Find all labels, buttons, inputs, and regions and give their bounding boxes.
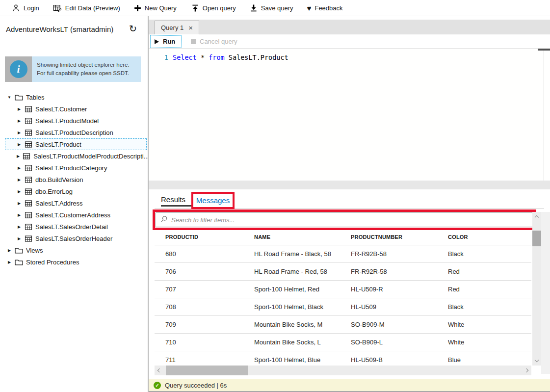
cell-color: White bbox=[448, 321, 531, 328]
cell-name: HL Road Frame - Red, 58 bbox=[254, 268, 351, 275]
search-box[interactable] bbox=[156, 212, 533, 227]
horizontal-scrollbar[interactable] bbox=[155, 366, 531, 375]
results-tab-underline bbox=[161, 205, 192, 207]
tree-node-table[interactable]: ▶ SalesLT.CustomerAddress bbox=[0, 209, 148, 221]
cell-productid: 680 bbox=[155, 250, 254, 258]
tree-node-tables[interactable]: ▼ Tables bbox=[0, 91, 148, 103]
table-row[interactable]: 710 Mountain Bike Socks, L SO-B909-L Whi… bbox=[155, 334, 531, 351]
tree-node-table[interactable]: ▶ SalesLT.ProductCategory bbox=[0, 162, 148, 174]
tree-node-table[interactable]: ▶ SalesLT.ProductModelProductDescripti..… bbox=[0, 150, 148, 162]
scroll-down-icon[interactable] bbox=[535, 358, 539, 362]
cell-productid: 707 bbox=[155, 286, 254, 293]
chevron-collapsed-icon[interactable]: ▶ bbox=[17, 154, 20, 158]
chevron-collapsed-icon[interactable]: ▶ bbox=[17, 178, 22, 182]
info-notice-text: Showing limited object explorer here. Fo… bbox=[32, 56, 141, 82]
chevron-expanded-icon[interactable]: ▼ bbox=[7, 95, 12, 100]
chevron-collapsed-icon[interactable]: ▶ bbox=[17, 119, 22, 123]
object-explorer-sidebar: AdventureWorksLT (smartadmin) ↻ i Showin… bbox=[0, 16, 148, 392]
cancel-query-button[interactable]: Cancel query bbox=[187, 35, 241, 48]
chevron-collapsed-icon[interactable]: ▶ bbox=[17, 201, 22, 206]
tab-messages[interactable]: Messages bbox=[196, 196, 230, 205]
table-icon bbox=[25, 141, 32, 148]
cell-color: Black bbox=[448, 303, 531, 311]
close-icon[interactable]: × bbox=[188, 24, 193, 31]
tree-node-table[interactable]: ▶ SalesLT.SalesOrderDetail bbox=[0, 221, 148, 233]
results-table: PRODUCTID NAME PRODUCTNUMBER COLOR 680 H… bbox=[155, 229, 531, 369]
tree-node-stored-procedures[interactable]: ▶ Stored Procedures bbox=[0, 256, 148, 268]
cell-productid: 708 bbox=[155, 303, 254, 311]
new-query-button[interactable]: New Query bbox=[134, 4, 177, 12]
chevron-collapsed-icon[interactable]: ▶ bbox=[17, 107, 22, 111]
tree-node-table[interactable]: ▶ SalesLT.Address bbox=[0, 197, 148, 209]
chevron-collapsed-icon[interactable]: ▶ bbox=[17, 236, 22, 241]
horizontal-scrollbar-thumb[interactable] bbox=[166, 366, 248, 375]
tree-label: SalesLT.SalesOrderDetail bbox=[35, 223, 108, 231]
table-row[interactable]: 709 Mountain Bike Socks, M SO-B909-M Whi… bbox=[155, 316, 531, 334]
table-icon bbox=[25, 177, 32, 183]
column-header[interactable]: PRODUCTNUMBER bbox=[351, 234, 448, 240]
search-input[interactable] bbox=[171, 216, 533, 224]
chevron-collapsed-icon[interactable]: ▶ bbox=[17, 142, 22, 147]
table-icon bbox=[25, 165, 32, 171]
column-header[interactable]: NAME bbox=[254, 234, 351, 240]
scroll-up-icon[interactable] bbox=[535, 215, 539, 219]
login-button[interactable]: Login bbox=[12, 4, 39, 12]
refresh-icon[interactable]: ↻ bbox=[129, 24, 137, 33]
play-icon bbox=[155, 39, 159, 44]
table-icon bbox=[25, 200, 32, 207]
tree-node-table[interactable]: ▶ SalesLT.SalesOrderHeader bbox=[0, 233, 148, 244]
cell-color: Red bbox=[448, 286, 531, 293]
chevron-collapsed-icon[interactable]: ▶ bbox=[17, 166, 22, 170]
chevron-collapsed-icon[interactable]: ▶ bbox=[7, 260, 12, 264]
edit-data-button[interactable]: Edit Data (Preview) bbox=[53, 4, 120, 12]
info-icon-tile: i bbox=[5, 56, 32, 82]
tree-node-table[interactable]: ▶ SalesLT.Customer bbox=[0, 103, 148, 115]
query-tab[interactable]: Query 1 × bbox=[155, 21, 199, 34]
vertical-scrollbar[interactable] bbox=[532, 212, 541, 366]
chevron-collapsed-icon[interactable]: ▶ bbox=[7, 248, 12, 253]
vertical-scrollbar-thumb[interactable] bbox=[532, 231, 541, 246]
chevron-collapsed-icon[interactable]: ▶ bbox=[17, 189, 22, 194]
database-title: AdventureWorksLT (smartadmin) bbox=[6, 25, 124, 33]
table-header-row: PRODUCTID NAME PRODUCTNUMBER COLOR bbox=[155, 229, 531, 245]
tab-results[interactable]: Results bbox=[161, 195, 185, 204]
table-row[interactable]: 708 Sport-100 Helmet, Black HL-U509 Blac… bbox=[155, 298, 531, 316]
table-row[interactable]: 680 HL Road Frame - Black, 58 FR-R92B-58… bbox=[155, 245, 531, 263]
feedback-label: Feedback bbox=[314, 4, 342, 12]
search-icon bbox=[160, 215, 168, 225]
scroll-right-icon[interactable] bbox=[524, 368, 528, 372]
table-icon bbox=[25, 188, 32, 195]
person-icon bbox=[12, 4, 20, 12]
table-row[interactable]: 707 Sport-100 Helmet, Red HL-U509-R Red bbox=[155, 281, 531, 298]
tree-node-table[interactable]: ▶ SalesLT.ProductDescription bbox=[0, 127, 148, 138]
table-row[interactable]: 706 HL Road Frame - Red, 58 FR-R92R-58 R… bbox=[155, 263, 531, 281]
cell-name: Sport-100 Helmet, Red bbox=[254, 286, 351, 293]
sql-code-line: 1Select * from SalesLT.Product bbox=[149, 53, 288, 61]
cell-productnumber: HL-U509 bbox=[351, 303, 448, 311]
login-label: Login bbox=[24, 4, 39, 12]
sql-editor[interactable]: 1Select * from SalesLT.Product bbox=[149, 49, 550, 181]
cell-name: Mountain Bike Socks, M bbox=[254, 321, 351, 328]
panel-splitter[interactable] bbox=[149, 181, 550, 189]
editor-scrollbar-thumb[interactable] bbox=[538, 49, 550, 51]
tree-node-table[interactable]: ▶ SalesLT.ProductModel bbox=[0, 115, 148, 127]
table-icon bbox=[25, 106, 32, 112]
open-query-button[interactable]: Open query bbox=[191, 4, 236, 12]
scroll-left-icon[interactable] bbox=[157, 368, 161, 372]
column-header[interactable]: COLOR bbox=[448, 234, 531, 240]
results-panel: Results Messages PRODUCTID NAME PRODUCTN… bbox=[149, 189, 550, 379]
query-tab-bar: Query 1 × bbox=[149, 20, 550, 34]
feedback-button[interactable]: ♥ Feedback bbox=[307, 4, 343, 12]
tree-node-table[interactable]: ▶ dbo.BuildVersion bbox=[0, 174, 148, 185]
save-query-button[interactable]: Save query bbox=[250, 4, 293, 12]
chevron-collapsed-icon[interactable]: ▶ bbox=[17, 225, 22, 229]
tree-node-table-selected[interactable]: ▶ SalesLT.Product bbox=[5, 138, 147, 150]
chevron-collapsed-icon[interactable]: ▶ bbox=[17, 131, 22, 135]
run-button[interactable]: Run bbox=[150, 35, 182, 48]
column-header[interactable]: PRODUCTID bbox=[155, 234, 254, 240]
run-label: Run bbox=[163, 38, 175, 45]
tree-node-views[interactable]: ▶ Views bbox=[0, 244, 148, 256]
tree-node-table[interactable]: ▶ dbo.ErrorLog bbox=[0, 185, 148, 197]
cell-name: Sport-100 Helmet, Black bbox=[254, 303, 351, 311]
chevron-collapsed-icon[interactable]: ▶ bbox=[17, 213, 22, 217]
